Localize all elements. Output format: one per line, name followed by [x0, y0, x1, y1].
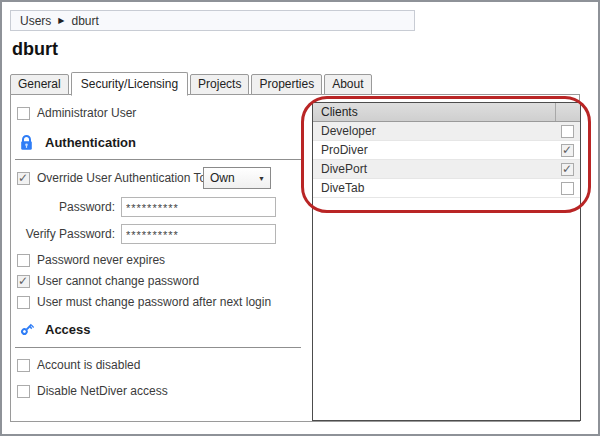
tab-security-licensing[interactable]: Security/Licensing — [71, 72, 188, 96]
clients-checkbox-column-header — [555, 103, 580, 121]
tab-about[interactable]: About — [324, 74, 371, 95]
app-window: { "breadcrumb": { "items": ["Users", "db… — [0, 0, 600, 436]
breadcrumb-arrow-icon: ▶ — [58, 16, 64, 25]
client-name: DiveTab — [313, 181, 555, 195]
password-never-expires-checkbox[interactable] — [17, 254, 30, 267]
breadcrumb: Users ▶ dburt — [10, 10, 415, 31]
client-divetab-checkbox[interactable] — [561, 182, 574, 195]
administrator-user-checkbox[interactable] — [17, 107, 30, 120]
client-name: DivePort — [313, 162, 555, 176]
disable-netdiver-checkbox[interactable] — [17, 385, 30, 398]
client-name: Developer — [313, 124, 555, 138]
password-never-expires-label: Password never expires — [37, 253, 165, 267]
clients-table-header[interactable]: Clients — [313, 103, 580, 122]
password-label: Password: — [15, 200, 121, 214]
account-disabled-label: Account is disabled — [37, 358, 140, 372]
breadcrumb-item-users[interactable]: Users — [20, 14, 51, 28]
authentication-section-header: Authentication — [18, 134, 136, 151]
user-cannot-change-password-label: User cannot change password — [37, 274, 199, 288]
disable-netdiver-row[interactable]: Disable NetDiver access — [17, 384, 168, 398]
client-name: ProDiver — [313, 143, 555, 157]
user-must-change-password-row[interactable]: User must change password after next log… — [17, 295, 271, 309]
tab-general[interactable]: General — [10, 74, 69, 95]
security-licensing-panel: Administrator User Authentication Overri… — [10, 94, 580, 422]
lock-icon — [18, 134, 35, 151]
auth-type-dropdown[interactable]: Own ▼ — [203, 167, 271, 189]
tab-bar: General Security/Licensing Projects Prop… — [10, 71, 374, 95]
client-row-divetab[interactable]: DiveTab — [313, 179, 580, 198]
verify-password-field-row: Verify Password: — [15, 224, 276, 244]
client-row-prodiver[interactable]: ProDiver — [313, 141, 580, 160]
authentication-divider — [15, 159, 301, 160]
password-never-expires-row[interactable]: Password never expires — [17, 253, 165, 267]
auth-type-dropdown-value: Own — [210, 171, 235, 185]
administrator-user-checkbox-row[interactable]: Administrator User — [17, 106, 136, 120]
user-must-change-password-checkbox[interactable] — [17, 296, 30, 309]
verify-password-input[interactable] — [121, 224, 276, 244]
tab-properties[interactable]: Properties — [251, 74, 322, 95]
account-disabled-row[interactable]: Account is disabled — [17, 358, 140, 372]
access-section-header: Access — [18, 321, 91, 338]
account-disabled-checkbox[interactable] — [17, 359, 30, 372]
client-developer-checkbox[interactable] — [561, 125, 574, 138]
user-cannot-change-password-row[interactable]: User cannot change password — [17, 274, 199, 288]
client-row-developer[interactable]: Developer — [313, 122, 580, 141]
authentication-heading: Authentication — [45, 135, 136, 150]
administrator-user-label: Administrator User — [37, 106, 136, 120]
chevron-down-icon: ▼ — [258, 175, 265, 182]
access-heading: Access — [45, 322, 91, 337]
password-input[interactable] — [121, 197, 276, 217]
page-title: dburt — [12, 39, 58, 60]
clients-table: Clients Developer ProDiver DivePort Dive… — [312, 102, 581, 421]
client-prodiver-checkbox[interactable] — [561, 144, 574, 157]
clients-column-header[interactable]: Clients — [313, 105, 555, 119]
override-auth-checkbox[interactable] — [17, 172, 30, 185]
override-auth-label: Override User Authentication To — [37, 171, 206, 185]
tab-projects[interactable]: Projects — [190, 74, 249, 95]
disable-netdiver-label: Disable NetDiver access — [37, 384, 168, 398]
breadcrumb-item-dburt[interactable]: dburt — [72, 14, 99, 28]
client-diveport-checkbox[interactable] — [561, 163, 574, 176]
client-row-diveport[interactable]: DivePort — [313, 160, 580, 179]
user-cannot-change-password-checkbox[interactable] — [17, 275, 30, 288]
key-icon — [18, 321, 35, 338]
verify-password-label: Verify Password: — [15, 227, 121, 241]
override-auth-checkbox-row[interactable]: Override User Authentication To — [17, 171, 206, 185]
password-field-row: Password: — [15, 197, 276, 217]
user-must-change-password-label: User must change password after next log… — [37, 295, 271, 309]
access-divider — [15, 347, 301, 348]
